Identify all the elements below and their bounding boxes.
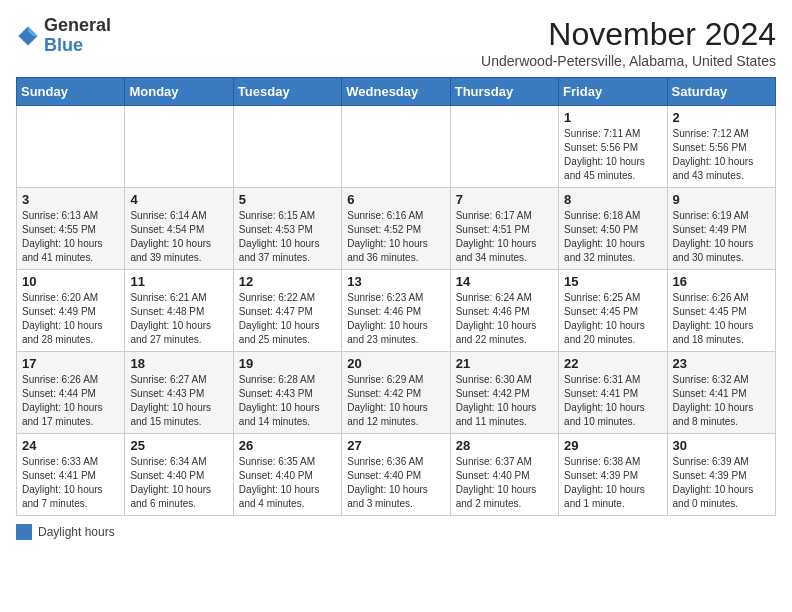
day-info: Sunrise: 6:17 AM Sunset: 4:51 PM Dayligh… (456, 209, 553, 265)
calendar-cell (125, 106, 233, 188)
calendar-cell (233, 106, 341, 188)
calendar-cell (342, 106, 450, 188)
day-info: Sunrise: 6:23 AM Sunset: 4:46 PM Dayligh… (347, 291, 444, 347)
day-number: 3 (22, 192, 119, 207)
day-info: Sunrise: 6:37 AM Sunset: 4:40 PM Dayligh… (456, 455, 553, 511)
day-number: 26 (239, 438, 336, 453)
logo: General Blue (16, 16, 111, 56)
calendar-weekday-friday: Friday (559, 78, 667, 106)
day-number: 13 (347, 274, 444, 289)
day-number: 29 (564, 438, 661, 453)
calendar-weekday-sunday: Sunday (17, 78, 125, 106)
calendar-week-4: 17Sunrise: 6:26 AM Sunset: 4:44 PM Dayli… (17, 352, 776, 434)
legend-box (16, 524, 32, 540)
calendar-cell: 15Sunrise: 6:25 AM Sunset: 4:45 PM Dayli… (559, 270, 667, 352)
day-number: 2 (673, 110, 770, 125)
day-info: Sunrise: 6:29 AM Sunset: 4:42 PM Dayligh… (347, 373, 444, 429)
calendar-cell (450, 106, 558, 188)
day-info: Sunrise: 6:19 AM Sunset: 4:49 PM Dayligh… (673, 209, 770, 265)
calendar-week-1: 1Sunrise: 7:11 AM Sunset: 5:56 PM Daylig… (17, 106, 776, 188)
day-info: Sunrise: 6:15 AM Sunset: 4:53 PM Dayligh… (239, 209, 336, 265)
day-info: Sunrise: 6:27 AM Sunset: 4:43 PM Dayligh… (130, 373, 227, 429)
day-number: 7 (456, 192, 553, 207)
calendar-cell: 14Sunrise: 6:24 AM Sunset: 4:46 PM Dayli… (450, 270, 558, 352)
calendar-week-2: 3Sunrise: 6:13 AM Sunset: 4:55 PM Daylig… (17, 188, 776, 270)
day-number: 30 (673, 438, 770, 453)
day-info: Sunrise: 6:14 AM Sunset: 4:54 PM Dayligh… (130, 209, 227, 265)
calendar-cell: 23Sunrise: 6:32 AM Sunset: 4:41 PM Dayli… (667, 352, 775, 434)
calendar-weekday-wednesday: Wednesday (342, 78, 450, 106)
logo-blue: Blue (44, 35, 83, 55)
location: Underwood-Petersville, Alabama, United S… (481, 53, 776, 69)
day-info: Sunrise: 6:31 AM Sunset: 4:41 PM Dayligh… (564, 373, 661, 429)
day-number: 9 (673, 192, 770, 207)
calendar-weekday-monday: Monday (125, 78, 233, 106)
calendar-header-row: SundayMondayTuesdayWednesdayThursdayFrid… (17, 78, 776, 106)
calendar-cell: 29Sunrise: 6:38 AM Sunset: 4:39 PM Dayli… (559, 434, 667, 516)
day-info: Sunrise: 6:34 AM Sunset: 4:40 PM Dayligh… (130, 455, 227, 511)
calendar-cell (17, 106, 125, 188)
day-info: Sunrise: 6:30 AM Sunset: 4:42 PM Dayligh… (456, 373, 553, 429)
day-info: Sunrise: 6:18 AM Sunset: 4:50 PM Dayligh… (564, 209, 661, 265)
calendar-cell: 22Sunrise: 6:31 AM Sunset: 4:41 PM Dayli… (559, 352, 667, 434)
day-info: Sunrise: 7:12 AM Sunset: 5:56 PM Dayligh… (673, 127, 770, 183)
day-info: Sunrise: 6:20 AM Sunset: 4:49 PM Dayligh… (22, 291, 119, 347)
logo-icon (16, 24, 40, 48)
calendar-cell: 19Sunrise: 6:28 AM Sunset: 4:43 PM Dayli… (233, 352, 341, 434)
day-info: Sunrise: 6:32 AM Sunset: 4:41 PM Dayligh… (673, 373, 770, 429)
day-info: Sunrise: 6:26 AM Sunset: 4:44 PM Dayligh… (22, 373, 119, 429)
day-number: 18 (130, 356, 227, 371)
calendar-cell: 27Sunrise: 6:36 AM Sunset: 4:40 PM Dayli… (342, 434, 450, 516)
day-number: 19 (239, 356, 336, 371)
day-number: 25 (130, 438, 227, 453)
calendar-cell: 25Sunrise: 6:34 AM Sunset: 4:40 PM Dayli… (125, 434, 233, 516)
day-info: Sunrise: 6:36 AM Sunset: 4:40 PM Dayligh… (347, 455, 444, 511)
calendar-cell: 16Sunrise: 6:26 AM Sunset: 4:45 PM Dayli… (667, 270, 775, 352)
calendar-cell: 9Sunrise: 6:19 AM Sunset: 4:49 PM Daylig… (667, 188, 775, 270)
title-block: November 2024 Underwood-Petersville, Ala… (481, 16, 776, 69)
day-info: Sunrise: 6:16 AM Sunset: 4:52 PM Dayligh… (347, 209, 444, 265)
day-number: 12 (239, 274, 336, 289)
day-number: 27 (347, 438, 444, 453)
day-number: 17 (22, 356, 119, 371)
day-number: 24 (22, 438, 119, 453)
calendar-cell: 3Sunrise: 6:13 AM Sunset: 4:55 PM Daylig… (17, 188, 125, 270)
calendar-weekday-thursday: Thursday (450, 78, 558, 106)
day-number: 6 (347, 192, 444, 207)
day-number: 22 (564, 356, 661, 371)
day-info: Sunrise: 6:13 AM Sunset: 4:55 PM Dayligh… (22, 209, 119, 265)
logo-text: General Blue (44, 16, 111, 56)
calendar-cell: 4Sunrise: 6:14 AM Sunset: 4:54 PM Daylig… (125, 188, 233, 270)
calendar-cell: 30Sunrise: 6:39 AM Sunset: 4:39 PM Dayli… (667, 434, 775, 516)
day-number: 11 (130, 274, 227, 289)
legend-label: Daylight hours (38, 525, 115, 539)
day-number: 14 (456, 274, 553, 289)
calendar-cell: 28Sunrise: 6:37 AM Sunset: 4:40 PM Dayli… (450, 434, 558, 516)
calendar-cell: 12Sunrise: 6:22 AM Sunset: 4:47 PM Dayli… (233, 270, 341, 352)
day-info: Sunrise: 6:25 AM Sunset: 4:45 PM Dayligh… (564, 291, 661, 347)
day-info: Sunrise: 6:21 AM Sunset: 4:48 PM Dayligh… (130, 291, 227, 347)
legend: Daylight hours (16, 524, 776, 540)
calendar-cell: 2Sunrise: 7:12 AM Sunset: 5:56 PM Daylig… (667, 106, 775, 188)
calendar-weekday-saturday: Saturday (667, 78, 775, 106)
day-number: 21 (456, 356, 553, 371)
calendar-cell: 11Sunrise: 6:21 AM Sunset: 4:48 PM Dayli… (125, 270, 233, 352)
calendar-cell: 7Sunrise: 6:17 AM Sunset: 4:51 PM Daylig… (450, 188, 558, 270)
calendar-cell: 18Sunrise: 6:27 AM Sunset: 4:43 PM Dayli… (125, 352, 233, 434)
day-info: Sunrise: 6:39 AM Sunset: 4:39 PM Dayligh… (673, 455, 770, 511)
calendar-cell: 8Sunrise: 6:18 AM Sunset: 4:50 PM Daylig… (559, 188, 667, 270)
calendar-cell: 21Sunrise: 6:30 AM Sunset: 4:42 PM Dayli… (450, 352, 558, 434)
calendar-cell: 1Sunrise: 7:11 AM Sunset: 5:56 PM Daylig… (559, 106, 667, 188)
calendar-table: SundayMondayTuesdayWednesdayThursdayFrid… (16, 77, 776, 516)
day-number: 1 (564, 110, 661, 125)
calendar-cell: 20Sunrise: 6:29 AM Sunset: 4:42 PM Dayli… (342, 352, 450, 434)
calendar-cell: 5Sunrise: 6:15 AM Sunset: 4:53 PM Daylig… (233, 188, 341, 270)
day-number: 28 (456, 438, 553, 453)
calendar-week-5: 24Sunrise: 6:33 AM Sunset: 4:41 PM Dayli… (17, 434, 776, 516)
calendar-cell: 24Sunrise: 6:33 AM Sunset: 4:41 PM Dayli… (17, 434, 125, 516)
day-info: Sunrise: 6:24 AM Sunset: 4:46 PM Dayligh… (456, 291, 553, 347)
day-number: 16 (673, 274, 770, 289)
day-info: Sunrise: 6:28 AM Sunset: 4:43 PM Dayligh… (239, 373, 336, 429)
day-number: 20 (347, 356, 444, 371)
day-number: 8 (564, 192, 661, 207)
